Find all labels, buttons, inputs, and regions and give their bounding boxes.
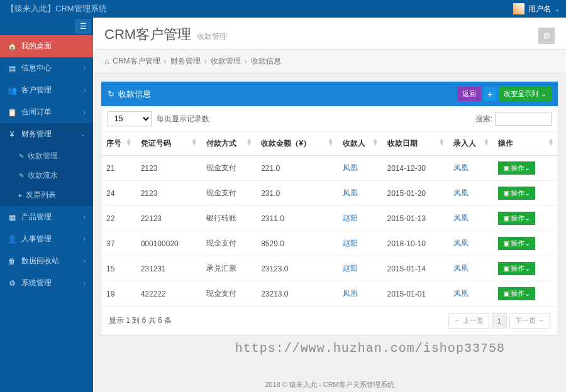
nav-label: 客户管理: [21, 85, 52, 95]
cell-method: 现金支付: [201, 281, 256, 307]
user-icon: ▣: [503, 164, 509, 172]
sidebar-item[interactable]: ¥财务管理⌄: [0, 123, 93, 145]
cell-date: 2015-01-14: [382, 256, 449, 281]
sort-icon: ▲▼: [372, 138, 379, 146]
cell-voucher: 422222: [136, 281, 201, 307]
table-row: 19 422222 现金支付 23213.0 凤凰 2015-01-01 凤凰 …: [101, 281, 558, 307]
sub-label: 收款流水: [28, 170, 58, 181]
user-icon: ▣: [503, 214, 509, 222]
payee-link[interactable]: 凤凰: [343, 289, 358, 298]
top-header: 【猿来入此】CRM管理系统 用户名 ⌄: [0, 0, 566, 18]
sidebar-item[interactable]: 🏠我的桌面: [0, 35, 93, 57]
user-icon: ▣: [503, 290, 509, 298]
sidebar-item[interactable]: 🗑数据回收站›: [0, 250, 93, 272]
sort-icon: ▲▼: [246, 138, 252, 146]
entry-link[interactable]: 凤凰: [453, 214, 469, 222]
cell-entry: 凤凰: [448, 181, 493, 206]
bc-item[interactable]: CRM客户管理: [113, 56, 160, 67]
avatar-icon: [513, 3, 524, 14]
column-header[interactable]: 凭证号码▲▼: [136, 132, 201, 156]
sidebar-item[interactable]: ▤信息中心›: [0, 57, 93, 79]
search-input[interactable]: [495, 112, 552, 126]
payee-link[interactable]: 赵阳: [343, 214, 358, 222]
column-header[interactable]: 收款日期▲▼: [382, 132, 449, 156]
row-action-button[interactable]: ▣操作⌄: [498, 212, 535, 225]
payee-link[interactable]: 凤凰: [343, 163, 358, 172]
chevron-icon: ›: [84, 258, 86, 264]
sidebar-item[interactable]: ▦产品管理›: [0, 206, 93, 228]
cell-amount: 8529.0: [256, 231, 337, 256]
sidebar-sub-item[interactable]: ✎收款流水: [0, 166, 93, 185]
column-header[interactable]: 收款金额（¥）▲▼: [256, 132, 337, 156]
sort-icon: ▲▼: [484, 138, 490, 146]
sidebar-item[interactable]: 👥客户管理›: [0, 79, 93, 101]
payee-link[interactable]: 凤凰: [343, 188, 358, 197]
row-action-button[interactable]: ▣操作⌄: [498, 262, 535, 275]
sub-icon: ✎: [19, 153, 24, 160]
add-button[interactable]: +: [484, 87, 496, 101]
column-header[interactable]: 操作▲▼: [493, 132, 558, 156]
payee-link[interactable]: 赵阳: [343, 264, 358, 273]
change-columns-button[interactable]: 改变显示列 ⌄: [499, 87, 552, 101]
sidebar-item[interactable]: ⚙系统管理›: [0, 272, 93, 294]
bc-item[interactable]: 收款管理: [211, 56, 241, 67]
row-action-button[interactable]: ▣操作⌄: [498, 161, 535, 175]
entry-link[interactable]: 凤凰: [453, 239, 469, 248]
cell-entry: 凤凰: [448, 156, 493, 181]
bc-item[interactable]: 财务管理: [170, 56, 201, 67]
cell-payee: 赵阳: [338, 206, 382, 231]
main-content: CRM客户管理 收款管理 ⚙ ⌂ CRM客户管理 › 财务管理 › 收款管理 ›…: [93, 18, 566, 392]
sidebar-sub-item[interactable]: ▸发票列表: [0, 185, 93, 205]
chevron-icon: ›: [84, 87, 86, 94]
column-header[interactable]: 付款方式▲▼: [201, 132, 256, 156]
payee-link[interactable]: 赵阳: [343, 239, 358, 248]
sort-icon: ▲▼: [438, 138, 445, 146]
cell-date: 2015-01-01: [382, 281, 449, 307]
nav-label: 数据回收站: [21, 256, 59, 266]
nav-label: 产品管理: [21, 212, 52, 222]
row-action-button[interactable]: ▣操作⌄: [498, 287, 535, 300]
settings-button[interactable]: ⚙: [538, 28, 555, 44]
entry-link[interactable]: 凤凰: [453, 188, 469, 197]
entry-link[interactable]: 凤凰: [453, 289, 469, 298]
entry-link[interactable]: 凤凰: [453, 264, 469, 273]
column-header[interactable]: 录入人▲▼: [448, 132, 493, 156]
user-menu[interactable]: 用户名 ⌄: [513, 3, 560, 14]
sort-icon: ▲▼: [126, 138, 132, 146]
sidebar-toggle-button[interactable]: ☰: [75, 19, 91, 33]
sub-label: 发票列表: [26, 190, 56, 200]
nav-icon: ▦: [8, 213, 16, 222]
column-header[interactable]: 收款人▲▼: [338, 132, 382, 156]
sidebar-item[interactable]: 👤人事管理›: [0, 228, 93, 250]
sidebar-sub-item[interactable]: ✎收款管理: [0, 146, 93, 166]
bc-item: 收款信息: [251, 56, 281, 67]
row-action-button[interactable]: ▣操作⌄: [498, 237, 535, 250]
return-button[interactable]: 返回: [457, 87, 481, 101]
next-page-button[interactable]: 下一页 →: [509, 313, 550, 329]
cell-entry: 凤凰: [448, 256, 493, 281]
table-toolbar: 15 每页显示记录数 搜索:: [101, 106, 558, 132]
gear-icon: ⚙: [543, 31, 551, 41]
sub-icon: ▸: [19, 192, 22, 199]
search-label: 搜索:: [475, 114, 492, 124]
entry-link[interactable]: 凤凰: [453, 163, 469, 172]
page-1-button[interactable]: 1: [492, 313, 507, 329]
nav-icon: ¥: [8, 130, 16, 139]
cell-entry: 凤凰: [448, 231, 493, 256]
page-subtitle: 收款管理: [197, 32, 227, 41]
spinner-icon: ↻: [108, 89, 114, 99]
prev-page-button[interactable]: ← 上一页: [448, 313, 489, 329]
sidebar-item[interactable]: 📋合同订单›: [0, 101, 93, 123]
cell-amount: 2311.0: [256, 206, 337, 231]
table-row: 24 2123 现金支付 231.0 凤凰 2015-01-20 凤凰 ▣操作⌄: [101, 181, 558, 206]
cell-amount: 231.0: [256, 181, 337, 206]
receipts-table: 序号▲▼凭证号码▲▼付款方式▲▼收款金额（¥）▲▼收款人▲▼收款日期▲▼录入人▲…: [101, 132, 558, 307]
row-action-button[interactable]: ▣操作⌄: [498, 187, 535, 200]
cell-no: 15: [101, 256, 136, 281]
brand-title: 【猿来入此】CRM管理系统: [6, 3, 107, 14]
cell-method: 现金支付: [201, 181, 256, 206]
table-row: 21 2123 现金支付 221.0 凤凰 2014-12-30 凤凰 ▣操作⌄: [101, 156, 558, 181]
cell-voucher: 231231: [136, 256, 201, 281]
column-header[interactable]: 序号▲▼: [101, 132, 136, 156]
page-size-select[interactable]: 15: [108, 111, 152, 126]
